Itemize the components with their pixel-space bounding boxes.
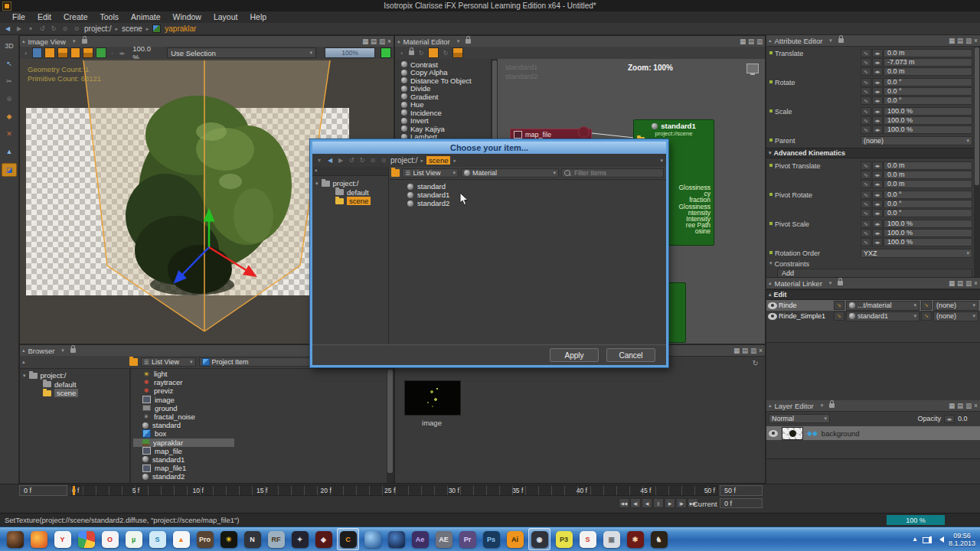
cancel-button[interactable]: Cancel xyxy=(606,348,655,362)
view-mode-dropdown[interactable]: ≣List View▾ xyxy=(402,168,459,178)
curve-icon[interactable]: ∿ xyxy=(861,220,871,228)
zoom-spinner-icon[interactable]: ◂▸ xyxy=(119,50,126,57)
pick-arrow-icon[interactable]: ➘ xyxy=(921,301,932,310)
spinner-icon[interactable]: ◂▸ xyxy=(872,238,883,246)
network-icon[interactable] xyxy=(923,536,932,543)
curve-icon[interactable]: ∿ xyxy=(861,49,871,57)
curve-icon[interactable]: ∿ xyxy=(861,78,871,86)
list-item[interactable]: standard2 xyxy=(133,472,387,481)
attribute-value-y[interactable]: 0.0 m xyxy=(884,171,972,179)
menu-item[interactable]: Tools xyxy=(94,11,126,23)
blend-mode-dropdown[interactable]: Normal▾ xyxy=(769,414,830,423)
menu-item[interactable]: File xyxy=(6,11,31,23)
tool-3d[interactable]: 3D xyxy=(2,40,16,52)
parent-dropdown[interactable]: (none)▾ xyxy=(861,136,972,145)
lock-icon[interactable] xyxy=(82,39,87,44)
vlc-icon[interactable]: ▲ xyxy=(173,531,190,548)
material-type-item[interactable]: Contrast xyxy=(395,60,491,69)
sbs-icon[interactable]: S xyxy=(149,531,166,548)
tree-item-project[interactable]: ▾ project:/ xyxy=(312,179,388,188)
material-dropdown[interactable]: standard1▾ xyxy=(846,311,920,321)
photoshop-icon[interactable]: Ps xyxy=(483,531,500,548)
spinner-icon[interactable]: ◂▸ xyxy=(872,96,883,105)
nav-circle2-icon[interactable]: ⊙ xyxy=(73,25,80,32)
material-type-item[interactable]: Invert xyxy=(395,117,491,126)
playhead[interactable] xyxy=(73,486,75,495)
undo-icon[interactable]: ↺ xyxy=(38,25,46,32)
layout-cols-icon[interactable]: ▥ xyxy=(750,347,756,354)
spinner-icon[interactable]: ◂▸ xyxy=(872,180,883,188)
firefox-icon[interactable] xyxy=(31,531,47,548)
lock-icon[interactable] xyxy=(70,348,76,353)
curve-icon[interactable]: ∿ xyxy=(861,180,871,188)
material-type-item[interactable]: Hue xyxy=(395,101,491,109)
layout-rows-icon[interactable]: ▤ xyxy=(371,37,377,45)
transport-button[interactable]: |▶ xyxy=(676,498,687,508)
material-type-item[interactable]: Divide xyxy=(395,85,491,93)
undo-icon[interactable]: ↺ xyxy=(348,157,355,164)
close-icon[interactable]: × xyxy=(387,37,391,45)
spinner-icon[interactable]: ◂▸ xyxy=(872,78,883,86)
lock-icon[interactable] xyxy=(838,281,843,285)
material-type-item[interactable]: Kay Kajiya xyxy=(395,125,491,133)
spinner-icon[interactable]: ◂▸ xyxy=(872,67,883,76)
override-dropdown[interactable]: (none)▾ xyxy=(933,311,978,321)
curve-icon[interactable]: ∿ xyxy=(861,209,871,217)
attribute-value-y[interactable]: 100.0 % xyxy=(884,116,972,125)
tool-cut[interactable]: ✂ xyxy=(2,75,16,87)
panel-menu-icon[interactable]: ▾ xyxy=(829,37,832,44)
material-type-item[interactable]: Gradient xyxy=(395,93,491,101)
material-link-row[interactable]: Rinde_Simple1 ➘ standard1▾ ➘ (none)▾ xyxy=(766,311,980,321)
menu-item[interactable]: Create xyxy=(57,11,94,23)
list-item[interactable]: standard xyxy=(133,421,387,429)
transport-button[interactable]: ▶ xyxy=(665,498,675,508)
image-thumbnail[interactable] xyxy=(404,380,461,416)
view-mode-dropdown[interactable]: ≣List View▾ xyxy=(141,357,196,367)
transport-button[interactable]: ◀◀ xyxy=(619,498,629,508)
list-item[interactable]: map_file1 xyxy=(133,464,387,472)
reload-icon[interactable]: ↻ xyxy=(442,50,449,57)
yandex-browser-icon[interactable]: Y xyxy=(54,531,71,548)
apply-button[interactable]: Apply xyxy=(550,348,599,362)
curve-icon[interactable]: ∿ xyxy=(861,58,871,67)
attribute-value-z[interactable]: 0.0 ° xyxy=(884,96,972,105)
cinema4d-icon[interactable] xyxy=(364,531,381,548)
zoom-fit-icon[interactable]: ▫ xyxy=(109,50,116,57)
curve-icon[interactable]: ∿ xyxy=(861,171,871,179)
folder-icon[interactable] xyxy=(129,358,138,366)
attribute-value-z[interactable]: 0.0 ° xyxy=(884,209,972,217)
chevron-down-icon[interactable]: ▾ xyxy=(660,158,663,164)
attribute-value-z[interactable]: 0.0 m xyxy=(884,67,972,76)
spinner-icon[interactable]: ◂▸ xyxy=(872,161,883,170)
illustrator-icon[interactable]: Ai xyxy=(507,531,524,548)
lock-icon[interactable] xyxy=(409,51,414,55)
collapse-icon[interactable]: ▴ xyxy=(769,37,772,44)
material-type-item[interactable]: Copy Alpha xyxy=(395,69,491,77)
layout-grid-icon[interactable]: ▦ xyxy=(949,279,955,287)
tree-item-default[interactable]: default xyxy=(312,188,388,197)
tool-current[interactable]: ◪ xyxy=(2,163,17,177)
dialog-breadcrumb-root[interactable]: project:/ xyxy=(390,156,418,165)
breadcrumb-scene[interactable]: scene xyxy=(122,24,142,33)
timeline-start-field[interactable]: 0 f xyxy=(19,485,67,496)
lock-icon[interactable] xyxy=(466,39,471,44)
spinner-icon[interactable]: ◂▸ xyxy=(872,171,883,179)
nav-circle-icon[interactable]: ⊙ xyxy=(61,25,69,32)
pro-app-icon[interactable]: Pro xyxy=(197,531,214,548)
spinner-icon[interactable]: ◂▸ xyxy=(872,116,883,125)
tool-erase[interactable]: ✕ xyxy=(2,128,16,140)
spinner-icon[interactable]: ◂▸ xyxy=(872,220,883,228)
selection-mode-dropdown[interactable]: Use Selection ▾ xyxy=(167,47,316,58)
breadcrumb-root[interactable]: project:/ xyxy=(84,24,112,33)
pro3-zoom-icon[interactable]: P3 xyxy=(556,531,573,548)
browser-scrollbar[interactable] xyxy=(387,368,394,483)
panel-menu-icon[interactable]: ▾ xyxy=(821,403,824,409)
horse-app-icon[interactable]: ♞ xyxy=(651,531,668,548)
after-effects2-icon[interactable]: AE xyxy=(436,531,452,548)
list-item[interactable]: ✱ raytracer xyxy=(133,378,387,386)
list-item[interactable]: standard1 xyxy=(133,455,387,464)
rotation-order-dropdown[interactable]: YXZ▾ xyxy=(861,249,972,258)
redo-icon[interactable]: ↻ xyxy=(358,157,366,164)
add-constraint-button[interactable]: Add xyxy=(777,269,972,277)
node-output-knob[interactable] xyxy=(578,126,590,138)
